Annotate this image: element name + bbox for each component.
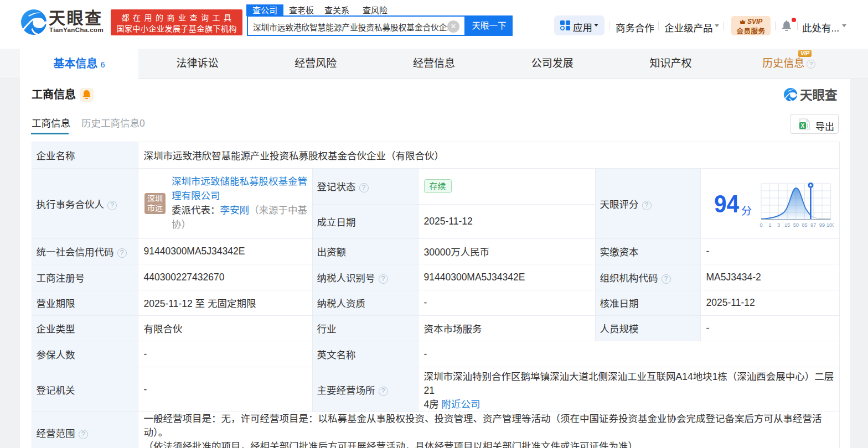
svg-text:天眼查: 天眼查 (800, 88, 838, 102)
svg-text:99: 99 (819, 222, 825, 228)
svg-text:3: 3 (777, 222, 780, 228)
svg-text:1: 1 (768, 222, 771, 228)
svg-text:85: 85 (802, 222, 807, 228)
svg-text:0: 0 (760, 222, 763, 228)
svg-text:X: X (801, 123, 805, 129)
svg-text:100: 100 (826, 222, 834, 228)
svg-text:97: 97 (810, 222, 816, 228)
svg-text:15: 15 (784, 222, 790, 228)
svg-text:50: 50 (793, 222, 799, 228)
